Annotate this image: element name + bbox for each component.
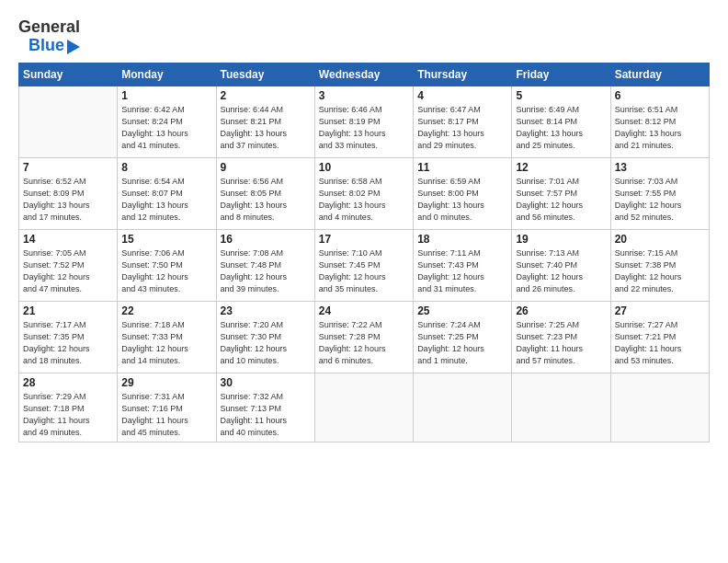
day-number: 10: [319, 161, 409, 174]
day-number: 19: [516, 233, 606, 246]
day-info: Sunrise: 7:32 AM Sunset: 7:13 PM Dayligh…: [221, 391, 311, 439]
calendar-cell: 20Sunrise: 7:15 AM Sunset: 7:38 PM Dayli…: [610, 229, 709, 301]
logo: General Blue: [18, 18, 80, 55]
logo-arrow-icon: [67, 40, 80, 54]
calendar-cell: 9Sunrise: 6:56 AM Sunset: 8:05 PM Daylig…: [216, 157, 314, 229]
logo-general: General: [18, 18, 80, 37]
weekday-header-friday: Friday: [512, 63, 610, 86]
day-number: 21: [23, 304, 113, 317]
calendar-cell: 6Sunrise: 6:51 AM Sunset: 8:12 PM Daylig…: [610, 86, 709, 157]
day-info: Sunrise: 7:01 AM Sunset: 7:57 PM Dayligh…: [516, 176, 606, 224]
calendar-cell: 23Sunrise: 7:20 AM Sunset: 7:30 PM Dayli…: [216, 301, 314, 373]
day-info: Sunrise: 6:44 AM Sunset: 8:21 PM Dayligh…: [221, 104, 311, 152]
calendar-cell: 13Sunrise: 7:03 AM Sunset: 7:55 PM Dayli…: [610, 157, 709, 229]
weekday-header-saturday: Saturday: [610, 63, 709, 86]
day-number: 18: [417, 233, 507, 246]
day-info: Sunrise: 6:51 AM Sunset: 8:12 PM Dayligh…: [615, 104, 705, 152]
calendar-cell: 18Sunrise: 7:11 AM Sunset: 7:43 PM Dayli…: [414, 229, 512, 301]
day-number: 17: [319, 233, 409, 246]
day-number: 22: [121, 304, 211, 317]
calendar-cell: 7Sunrise: 6:52 AM Sunset: 8:09 PM Daylig…: [19, 157, 118, 229]
calendar-cell: [414, 373, 512, 442]
calendar-cell: [19, 86, 118, 157]
calendar-cell: 29Sunrise: 7:31 AM Sunset: 7:16 PM Dayli…: [118, 373, 216, 442]
day-number: 8: [121, 161, 211, 174]
calendar-week-row: 21Sunrise: 7:17 AM Sunset: 7:35 PM Dayli…: [19, 301, 710, 373]
page: General Blue SundayMondayTuesdayWednesda…: [0, 0, 728, 563]
calendar-cell: 11Sunrise: 6:59 AM Sunset: 8:00 PM Dayli…: [414, 157, 512, 229]
calendar-cell: [610, 373, 709, 442]
calendar-cell: 12Sunrise: 7:01 AM Sunset: 7:57 PM Dayli…: [512, 157, 610, 229]
calendar-cell: 10Sunrise: 6:58 AM Sunset: 8:02 PM Dayli…: [314, 157, 413, 229]
day-info: Sunrise: 7:15 AM Sunset: 7:38 PM Dayligh…: [615, 247, 705, 295]
logo-blue: Blue: [28, 37, 64, 55]
day-number: 13: [615, 161, 705, 174]
day-info: Sunrise: 7:20 AM Sunset: 7:30 PM Dayligh…: [221, 319, 311, 367]
day-info: Sunrise: 6:49 AM Sunset: 8:14 PM Dayligh…: [516, 104, 606, 152]
day-info: Sunrise: 7:11 AM Sunset: 7:43 PM Dayligh…: [417, 247, 507, 295]
day-info: Sunrise: 7:25 AM Sunset: 7:23 PM Dayligh…: [516, 319, 606, 367]
calendar-header-row: SundayMondayTuesdayWednesdayThursdayFrid…: [19, 63, 710, 86]
day-number: 26: [516, 304, 606, 317]
day-number: 9: [221, 161, 311, 174]
day-info: Sunrise: 7:05 AM Sunset: 7:52 PM Dayligh…: [23, 247, 113, 295]
day-info: Sunrise: 7:03 AM Sunset: 7:55 PM Dayligh…: [615, 176, 705, 224]
weekday-header-tuesday: Tuesday: [216, 63, 314, 86]
day-info: Sunrise: 7:27 AM Sunset: 7:21 PM Dayligh…: [615, 319, 705, 367]
day-info: Sunrise: 6:56 AM Sunset: 8:05 PM Dayligh…: [221, 176, 311, 224]
day-number: 28: [23, 376, 113, 389]
day-number: 11: [417, 161, 507, 174]
calendar-table: SundayMondayTuesdayWednesdayThursdayFrid…: [18, 63, 710, 442]
day-number: 25: [417, 304, 507, 317]
day-info: Sunrise: 6:47 AM Sunset: 8:17 PM Dayligh…: [417, 104, 507, 152]
day-number: 23: [221, 304, 311, 317]
calendar-cell: 22Sunrise: 7:18 AM Sunset: 7:33 PM Dayli…: [118, 301, 216, 373]
day-number: 30: [221, 376, 311, 389]
calendar-cell: 5Sunrise: 6:49 AM Sunset: 8:14 PM Daylig…: [512, 86, 610, 157]
day-info: Sunrise: 6:54 AM Sunset: 8:07 PM Dayligh…: [121, 176, 211, 224]
calendar-cell: [314, 373, 413, 442]
day-number: 14: [23, 233, 113, 246]
calendar-cell: 26Sunrise: 7:25 AM Sunset: 7:23 PM Dayli…: [512, 301, 610, 373]
calendar-cell: 16Sunrise: 7:08 AM Sunset: 7:48 PM Dayli…: [216, 229, 314, 301]
calendar-cell: 8Sunrise: 6:54 AM Sunset: 8:07 PM Daylig…: [118, 157, 216, 229]
calendar-cell: 15Sunrise: 7:06 AM Sunset: 7:50 PM Dayli…: [118, 229, 216, 301]
day-number: 24: [319, 304, 409, 317]
calendar-week-row: 14Sunrise: 7:05 AM Sunset: 7:52 PM Dayli…: [19, 229, 710, 301]
day-info: Sunrise: 6:46 AM Sunset: 8:19 PM Dayligh…: [319, 104, 409, 152]
day-number: 12: [516, 161, 606, 174]
calendar-cell: 25Sunrise: 7:24 AM Sunset: 7:25 PM Dayli…: [414, 301, 512, 373]
weekday-header-monday: Monday: [118, 63, 216, 86]
day-number: 6: [615, 89, 705, 102]
weekday-header-wednesday: Wednesday: [314, 63, 413, 86]
day-number: 29: [121, 376, 211, 389]
calendar-week-row: 28Sunrise: 7:29 AM Sunset: 7:18 PM Dayli…: [19, 373, 710, 442]
calendar-body: 1Sunrise: 6:42 AM Sunset: 8:24 PM Daylig…: [19, 86, 710, 442]
calendar-cell: 19Sunrise: 7:13 AM Sunset: 7:40 PM Dayli…: [512, 229, 610, 301]
day-number: 27: [615, 304, 705, 317]
day-number: 20: [615, 233, 705, 246]
calendar-cell: 27Sunrise: 7:27 AM Sunset: 7:21 PM Dayli…: [610, 301, 709, 373]
day-number: 2: [221, 89, 311, 102]
calendar-cell: 30Sunrise: 7:32 AM Sunset: 7:13 PM Dayli…: [216, 373, 314, 442]
day-number: 4: [417, 89, 507, 102]
weekday-header-thursday: Thursday: [414, 63, 512, 86]
calendar-cell: 28Sunrise: 7:29 AM Sunset: 7:18 PM Dayli…: [19, 373, 118, 442]
day-number: 1: [121, 89, 211, 102]
day-info: Sunrise: 6:42 AM Sunset: 8:24 PM Dayligh…: [121, 104, 211, 152]
day-info: Sunrise: 7:29 AM Sunset: 7:18 PM Dayligh…: [23, 391, 113, 439]
day-info: Sunrise: 7:18 AM Sunset: 7:33 PM Dayligh…: [121, 319, 211, 367]
weekday-header-sunday: Sunday: [19, 63, 118, 86]
calendar-cell: 3Sunrise: 6:46 AM Sunset: 8:19 PM Daylig…: [314, 86, 413, 157]
day-info: Sunrise: 6:59 AM Sunset: 8:00 PM Dayligh…: [417, 176, 507, 224]
header: General Blue: [18, 15, 710, 55]
calendar-week-row: 1Sunrise: 6:42 AM Sunset: 8:24 PM Daylig…: [19, 86, 710, 157]
day-info: Sunrise: 7:17 AM Sunset: 7:35 PM Dayligh…: [23, 319, 113, 367]
day-info: Sunrise: 7:13 AM Sunset: 7:40 PM Dayligh…: [516, 247, 606, 295]
day-info: Sunrise: 7:06 AM Sunset: 7:50 PM Dayligh…: [121, 247, 211, 295]
day-info: Sunrise: 7:24 AM Sunset: 7:25 PM Dayligh…: [417, 319, 507, 367]
day-info: Sunrise: 6:52 AM Sunset: 8:09 PM Dayligh…: [23, 176, 113, 224]
calendar-cell: 1Sunrise: 6:42 AM Sunset: 8:24 PM Daylig…: [118, 86, 216, 157]
calendar-cell: 17Sunrise: 7:10 AM Sunset: 7:45 PM Dayli…: [314, 229, 413, 301]
calendar-cell: [512, 373, 610, 442]
